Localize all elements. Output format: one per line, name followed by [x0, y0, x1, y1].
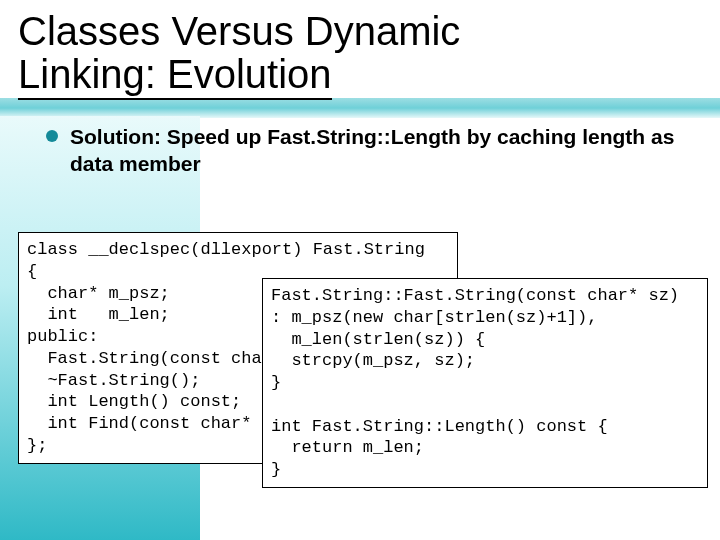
title-line1: Classes Versus Dynamic	[18, 9, 460, 53]
bullet-item: Solution: Speed up Fast.String::Length b…	[0, 100, 720, 177]
title-line2: Linking: Evolution	[18, 53, 332, 100]
bullet-text: Solution: Speed up Fast.String::Length b…	[70, 124, 684, 177]
slide-title: Classes Versus Dynamic Linking: Evolutio…	[0, 0, 720, 100]
bullet-dot-icon	[46, 130, 58, 142]
code-block-right: Fast.String::Fast.String(const char* sz)…	[262, 278, 708, 488]
